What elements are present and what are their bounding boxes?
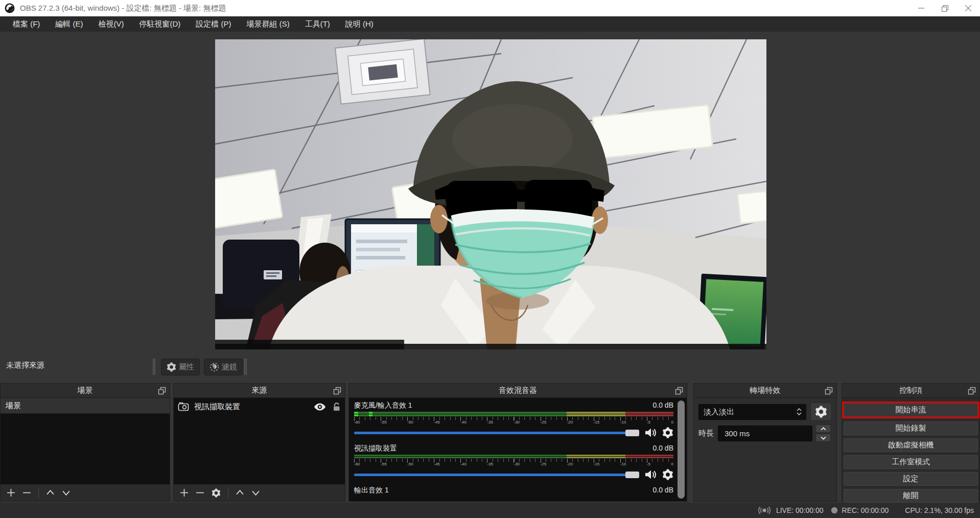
transition-selected-value: 淡入淡出	[699, 405, 792, 419]
channel-gear-icon[interactable]	[662, 469, 673, 480]
move-scene-down-button[interactable]	[62, 488, 71, 497]
channel-db-value: 0.0 dB	[653, 444, 673, 452]
sources-dock-header[interactable]: 來源	[174, 384, 345, 398]
channel-db-value: 0.0 dB	[653, 401, 673, 409]
speaker-icon[interactable]	[644, 469, 657, 480]
cpu-fps-stats: CPU: 2.1%, 30.00 fps	[905, 506, 974, 514]
no-source-label: 未選擇來源	[6, 361, 44, 370]
rec-dot-icon	[831, 507, 838, 514]
scene-transitions-dock: 轉場特效 淡入淡出 時長 300 ms	[693, 383, 837, 502]
properties-button[interactable]: 屬性	[161, 359, 200, 375]
volume-meter	[354, 414, 673, 416]
menu-scene-collection[interactable]: 場景群組 (S)	[239, 16, 297, 32]
channel-db-value: 0.0 dB	[653, 486, 673, 494]
channel-name: 視訊擷取裝置	[354, 444, 397, 453]
audio-mixer-dock: 音效混音器 麥克風/輸入音效 1 0.0 dB -60-55-50-45-40-…	[348, 383, 687, 502]
controls-body: 開始串流 開始錄製 啟動虛擬相機 工作室模式 設定 離開	[842, 398, 979, 503]
exit-button[interactable]: 離開	[844, 489, 978, 503]
mixer-body: 麥克風/輸入音效 1 0.0 dB -60-55-50-45-40-35-30-…	[349, 398, 687, 501]
video-capture-icon	[178, 402, 189, 412]
menu-bar: 檔案 (F) 編輯 (E) 檢視(V) 停駐視窗(D) 設定檔 (P) 場景群組…	[0, 16, 980, 32]
dock-splitter-handle[interactable]	[244, 359, 247, 375]
move-source-up-button[interactable]	[236, 488, 244, 497]
duration-input[interactable]: 300 ms	[718, 426, 812, 441]
settings-button[interactable]: 設定	[844, 472, 978, 486]
channel-gear-icon[interactable]	[662, 427, 673, 438]
mixer-scrollbar[interactable]	[678, 401, 685, 499]
volume-meter	[354, 457, 673, 458]
transitions-dock-header[interactable]: 轉場特效	[694, 384, 836, 398]
menu-tools[interactable]: 工具(T)	[297, 16, 338, 32]
scenes-title: 場景	[1, 386, 170, 395]
transition-select[interactable]: 淡入淡出	[698, 404, 806, 420]
mixer-channel-output: 輸出音效 1 0.0 dB	[354, 486, 673, 496]
menu-docks[interactable]: 停駐視窗(D)	[132, 16, 189, 32]
add-scene-button[interactable]	[7, 488, 15, 497]
controls-dock-header[interactable]: 控制項	[842, 384, 979, 398]
dock-splitter-handle[interactable]	[153, 359, 155, 375]
start-recording-button[interactable]: 開始錄製	[844, 421, 978, 435]
duration-increase-button[interactable]	[815, 425, 831, 433]
mixer-channel-mic: 麥克風/輸入音效 1 0.0 dB -60-55-50-45-40-35-30-…	[354, 401, 673, 439]
source-name: 視訊擷取裝置	[194, 402, 314, 412]
volume-slider[interactable]	[354, 471, 639, 478]
move-scene-up-button[interactable]	[46, 488, 55, 497]
scenes-dock-header[interactable]: 場景	[1, 384, 170, 398]
start-virtual-camera-button[interactable]: 啟動虛擬相機	[844, 438, 978, 452]
popout-icon[interactable]	[158, 387, 166, 395]
popout-icon[interactable]	[968, 387, 976, 395]
remove-scene-button[interactable]	[22, 488, 31, 497]
lock-open-icon[interactable]	[332, 402, 341, 411]
filters-label: 濾鏡	[222, 362, 237, 372]
webcam-frame	[215, 39, 766, 349]
restore-button[interactable]	[933, 0, 956, 16]
transitions-title: 轉場特效	[694, 386, 836, 395]
start-streaming-highlight: 開始串流	[842, 402, 979, 418]
menu-view[interactable]: 檢視(V)	[91, 16, 132, 32]
popout-icon[interactable]	[825, 387, 833, 395]
scenes-toolbar	[1, 484, 170, 501]
menu-profile[interactable]: 設定檔 (P)	[188, 16, 239, 32]
close-button[interactable]	[956, 0, 980, 16]
toolbar-separator	[38, 487, 39, 499]
volume-meter	[354, 455, 673, 456]
minimize-button[interactable]	[909, 0, 933, 16]
channel-name: 輸出音效 1	[354, 486, 389, 495]
menu-help[interactable]: 說明 (H)	[338, 16, 381, 32]
filters-button[interactable]: 濾鏡	[204, 359, 243, 375]
transitions-body: 淡入淡出 時長 300 ms	[694, 398, 836, 501]
transition-properties-button[interactable]	[810, 403, 832, 421]
meter-tick-marks	[354, 459, 673, 462]
source-properties-gear-icon[interactable]	[212, 488, 221, 498]
speaker-icon[interactable]	[644, 427, 657, 438]
live-time: LIVE: 00:00:00	[776, 506, 824, 514]
mixer-channel-video-capture: 視訊擷取裝置 0.0 dB -60-55-50-45-40-35-30-25-2…	[354, 444, 673, 481]
properties-label: 屬性	[179, 362, 194, 372]
studio-mode-button[interactable]: 工作室模式	[844, 455, 978, 469]
menu-edit[interactable]: 編輯 (E)	[48, 16, 90, 32]
popout-icon[interactable]	[333, 387, 341, 395]
menu-file[interactable]: 檔案 (F)	[5, 16, 48, 32]
rec-time: REC: 00:00:00	[842, 506, 889, 514]
duration-decrease-button[interactable]	[815, 434, 831, 442]
volume-slider-handle[interactable]	[625, 430, 639, 436]
sources-toolbar	[174, 484, 345, 501]
window-title: OBS 27.2.3 (64-bit, windows) - 設定檔: 無標題 …	[20, 4, 909, 13]
obs-logo-icon	[5, 3, 15, 13]
add-source-button[interactable]	[180, 488, 189, 497]
status-bar: LIVE: 00:00:00 REC: 00:00:00 CPU: 2.1%, …	[0, 503, 980, 518]
visibility-eye-icon[interactable]	[314, 403, 326, 411]
volume-slider-handle[interactable]	[625, 472, 639, 478]
popout-icon[interactable]	[675, 387, 683, 395]
scenes-dock: 場景 場景	[0, 383, 170, 502]
remove-source-button[interactable]	[196, 488, 204, 497]
sources-list: 視訊擷取裝置	[174, 398, 345, 484]
start-streaming-button[interactable]: 開始串流	[844, 403, 978, 417]
transition-select-stepper[interactable]	[792, 405, 806, 419]
scene-list-item[interactable]: 場景	[1, 398, 170, 414]
video-preview-canvas[interactable]	[215, 39, 766, 349]
move-source-down-button[interactable]	[251, 488, 260, 497]
source-list-item[interactable]: 視訊擷取裝置	[174, 398, 345, 415]
volume-slider[interactable]	[354, 429, 639, 436]
mixer-dock-header[interactable]: 音效混音器	[349, 384, 687, 398]
